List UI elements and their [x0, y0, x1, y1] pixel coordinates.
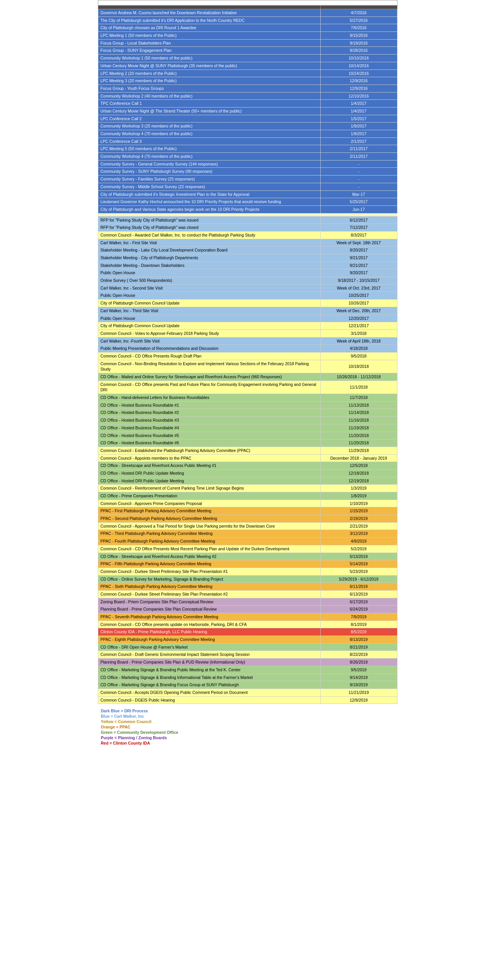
table-row: TPC Conference Call 11/4/2017 [98, 100, 397, 108]
dates-cell: 3/1/2018 [320, 329, 397, 337]
activity-cell: Carl Walker, Inc - Third Site Visit [98, 307, 320, 315]
activity-cell: CD Office - Marketing Signage & Branding… [98, 674, 320, 681]
table-row: Common Council - Awarded Carl Walker, In… [98, 231, 397, 239]
table-row: Public Meeting Presentation of Recommend… [98, 345, 397, 353]
dates-cell: 2/21/2019 [320, 522, 397, 530]
activity-cell: Focus Group - Youth Focus Groups [98, 84, 320, 92]
activity-cell: CD Office - Hosted DRI Public Update Mee… [98, 477, 320, 485]
table-row: Urban Century Movie Night @ SUNY Plattsb… [98, 62, 397, 70]
activity-cell: Common Council - DGEIS Public Hearing [98, 696, 320, 704]
table-row: CD Office - Marketing Signage & Branding… [98, 674, 397, 681]
dates-cell: 12/21/2017 [320, 322, 397, 330]
dates-cell: 2/11/2017 [320, 153, 397, 161]
activity-cell: Focus Group - SUNY Engagement Plan [98, 47, 320, 55]
dates-cell: 9/15/2016 [320, 32, 397, 40]
activity-cell: Common Council - Established the Plattsb… [98, 447, 320, 454]
table-row: Public Open House9/20/2017 [98, 269, 397, 277]
table-row: CD Office - Online Survey for Marketing,… [98, 575, 397, 583]
activity-cell: Common Council - CD Office presents upda… [98, 621, 320, 628]
activity-cell: CD Office - Marketing Signage & Branding… [98, 666, 320, 674]
dates-cell: 8/26/2019 [320, 659, 397, 666]
activity-cell: CD Office - Hosted DRI Public Update Mee… [98, 469, 320, 477]
legend-item: Blue = Carl Walker, Inc [101, 714, 394, 718]
table-row: The City of Plattsburgh submitted it's D… [98, 17, 397, 24]
activity-cell: Community Workshop 4 (70 members of the … [98, 153, 320, 161]
activity-cell: LPC Meeting 1 (50 members of the Public) [98, 32, 320, 40]
table-row: Community Survey - Middle School Survey … [98, 183, 397, 190]
activity-cell: CD Office - Hosted Business Roundtable #… [98, 401, 320, 409]
dates-cell: 9/21/2017 [320, 262, 397, 269]
dates-cell: 11/1/2018 [320, 381, 397, 394]
dates-cell: 10/10/2016 [320, 55, 397, 62]
activity-cell: Common Council - Approved a Trial Period… [98, 522, 320, 530]
legend-item: Yellow = Common Council [101, 719, 394, 724]
dates-cell: 10/26/2017 [320, 300, 397, 307]
table-row: CD Office - Marketing Signage & Branding… [98, 681, 397, 689]
activity-cell: Community Workshop 2 (40 members of the … [98, 92, 320, 100]
table-row: Common Council - Votes to Approve Februa… [98, 329, 397, 337]
table-row: PPAC - Third Plattsburgh Parking Advisor… [98, 530, 397, 538]
activity-cell: CD Office - Hosted Business Roundtable #… [98, 432, 320, 439]
dates-cell: 8/13/2019 [320, 636, 397, 644]
activity-cell: Common Council - CD Office presents Past… [98, 381, 320, 394]
dates-cell: 9/20/2017 [320, 269, 397, 277]
table-row: Clinton County IDA - Prime Plattsburgh, … [98, 628, 397, 636]
activity-cell: CD Office - Hosted Business Roundtable #… [98, 409, 320, 417]
table-row: PPAC - Fourth Plattsburgh Parking Adviso… [98, 538, 397, 545]
table-row: City of Plattsburgh Common Council Updat… [98, 322, 397, 330]
legend-section: Dark Blue = DRI ProcessBlue = Carl Walke… [98, 705, 397, 748]
dates-cell: - [320, 175, 397, 183]
table-row: LPC Conference Call 21/5/2017 [98, 115, 397, 122]
table-row: Community Workshop 3 (25 members of the … [98, 122, 397, 130]
dates-cell: 6/17/2019 [320, 598, 397, 606]
table-row: Community Survey - SUNY Plattsburgh Surv… [98, 168, 397, 175]
dates-cell: Week of Sept. 18th 2017 [320, 239, 397, 247]
activity-cell: Community Survey - SUNY Plattsburgh Surv… [98, 168, 320, 175]
activity-cell: Common Council - Approves Prime Companie… [98, 500, 320, 507]
dates-cell: 9/19/2016 [320, 39, 397, 47]
table-row: Governor Andrew M. Cuomo launched the Do… [98, 9, 397, 17]
legend-item: Orange = PPAC [101, 725, 394, 729]
activity-cell: Common Council - Durkee Street Prelimina… [98, 568, 320, 575]
table-row: Common Council - Durkee Street Prelimina… [98, 590, 397, 598]
table-row: Public Open House12/20/2017 [98, 315, 397, 322]
activity-cell: CD Office - Mailed and Online Survey for… [98, 373, 320, 381]
table-row: Community Workshop 2 (40 members of the … [98, 92, 397, 100]
table-row: Stakeholder Meeting - City of Plattsburg… [98, 254, 397, 262]
table-row: Common Council - Appoints members to the… [98, 454, 397, 462]
dates-cell: 1/3/2019 [320, 485, 397, 492]
dates-cell: 10/26/2018 - 11/12/2018 [320, 373, 397, 381]
table-row: LPC Meeting 2 (20 members of the Public)… [98, 70, 397, 77]
dates-cell: 7/12/2017 [320, 224, 397, 232]
dates-cell: 9/5/2018 [320, 352, 397, 360]
activity-cell: PPAC - Fourth Plattsburgh Parking Adviso… [98, 538, 320, 545]
table-row: Community Workshop 4 (70 members of the … [98, 153, 397, 161]
dates-cell: 11/7/2018 [320, 394, 397, 402]
table-row: CD Office - Hosted Business Roundtable #… [98, 439, 397, 447]
activity-cell: Stakeholder Meeting - Downtown Stakehold… [98, 262, 320, 269]
activity-cell: LPC Meeting 3 (20 members of the Public) [98, 77, 320, 85]
table-row: Community Survey - Families Survey (25 r… [98, 175, 397, 183]
table-row: Common Council - Established the Plattsb… [98, 447, 397, 454]
dates-cell: 1/4/2017 [320, 100, 397, 108]
legend-item: Purple = Planning / Zoning Boards [101, 735, 394, 740]
dates-cell: 8/22/2019 [320, 651, 397, 659]
dates-cell: 12/5/2018 [320, 462, 397, 470]
table-row: CD Office - Hosted Business Roundtable #… [98, 432, 397, 439]
activity-cell: Community Workshop 1 (50 members of the … [98, 55, 320, 62]
dates-cell: 11/21/2019 [320, 689, 397, 696]
dates-cell: 8/3/2017 [320, 231, 397, 239]
dates-cell: 12/9/2016 [320, 77, 397, 85]
dates-cell: 1/15/2019 [320, 507, 397, 515]
table-row: Carl Walker, Inc - Third Site VisitWeek … [98, 307, 397, 315]
activity-cell: Common Council - CD Office Presents Most… [98, 545, 320, 553]
table-row: CD Office - Hosted Business Roundtable #… [98, 401, 397, 409]
dates-cell: 10/14/2016 [320, 62, 397, 70]
dates-cell: 11/16/2018 [320, 417, 397, 424]
activity-cell: Community Survey - Middle School Survey … [98, 183, 320, 190]
table-row: Common Council - CD Office Presents Most… [98, 545, 397, 553]
activity-cell: Community Survey - General Community Sur… [98, 160, 320, 168]
activity-cell: Clinton County IDA - Prime Plattsburgh, … [98, 628, 320, 636]
table-row: Online Survey ( Over 500 Respondents)9/1… [98, 277, 397, 285]
table-row: Zoning Board - Priem Companies Site Plan… [98, 598, 397, 606]
